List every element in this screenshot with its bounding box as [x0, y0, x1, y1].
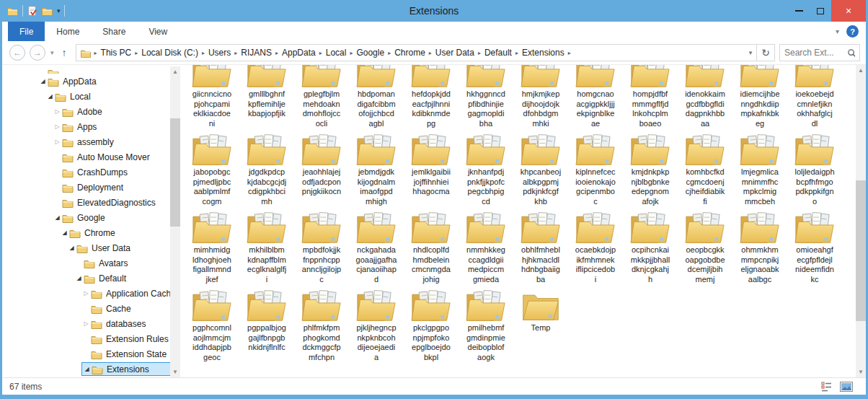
scroll-up-icon[interactable]: ▲ [170, 66, 180, 77]
file-item[interactable]: idenokkaim gcdfbbgfldi dagpnkhbb aa [678, 65, 732, 128]
tab-share[interactable]: Share [91, 22, 137, 41]
qat-customize-chevron-icon[interactable]: ▾ [57, 8, 61, 14]
forward-button[interactable]: → [30, 45, 45, 61]
crumb-separator-icon[interactable]: ▸ [274, 50, 280, 56]
tab-view[interactable]: View [137, 22, 179, 41]
tree-item-application-cache[interactable]: ▷Application Cache [2, 286, 180, 301]
file-item[interactable]: mimhmidg ldhoghjoeh figallmmnd jkef [185, 211, 239, 284]
crumb-separator-icon[interactable]: ▸ [93, 50, 99, 56]
collapse-twisty-icon[interactable]: ◢ [45, 93, 55, 100]
minimize-button[interactable] [788, 0, 810, 22]
file-item[interactable]: mkhilblbm kdnapffblm ecglknalglfj i [239, 211, 294, 284]
expand-twisty-icon[interactable]: ▷ [53, 139, 62, 145]
tree-item-local[interactable]: ◢Local [2, 89, 180, 104]
breadcrumb-segment[interactable]: Local Disk (C:) [139, 48, 200, 58]
tab-home[interactable]: Home [45, 22, 91, 41]
file-item[interactable]: hompjdfbf mmmgflfjd lnkohcplm boaeo [623, 65, 678, 128]
collapse-twisty-icon[interactable]: ◢ [53, 214, 62, 221]
crumb-separator-icon[interactable]: ▸ [200, 50, 206, 56]
sidebar-scrollbar-thumb[interactable] [170, 118, 180, 227]
file-item[interactable]: loljledaigph bcpfhfmgo pdkppkifgn o [787, 133, 842, 206]
tree-item-adobe[interactable]: ▷Adobe [2, 104, 180, 119]
file-item[interactable]: komhbcfkd cgmcdoenj cjheifdiabik fi [678, 133, 732, 206]
breadcrumb-segment[interactable]: Chrome [392, 48, 428, 58]
file-item[interactable]: pgppalbjog gajlfbnpgb nkidnjflnlfc [239, 289, 294, 362]
breadcrumb-segment[interactable]: AppData [280, 48, 318, 58]
tree-item-extension-rules[interactable]: Extension Rules [2, 331, 180, 346]
tree-item-auto-mouse-mover[interactable]: Auto Mouse Mover [2, 149, 180, 165]
tree-item-default[interactable]: ◢Default [2, 271, 180, 286]
file-item[interactable]: lmjegmlica mnimmfhc mpkclmig mmcbeh [732, 133, 787, 206]
tree-item-extension-state[interactable]: Extension State [2, 346, 180, 361]
file-item[interactable]: hmjkmjkep dijhoojdojk dfohbdgm mhki [513, 65, 568, 128]
file-item[interactable]: omioeahgf ecgfpfldejl nideemfidn kc [787, 211, 842, 284]
file-item[interactable]: ohmmkhm mmpcnpikj eljgnaoabk aalbgc [732, 211, 787, 284]
crumb-separator-icon[interactable]: ▸ [567, 50, 572, 56]
file-item[interactable]: ocaebkdojp ikfmhmnek iflipcicedob i [568, 211, 623, 284]
file-item[interactable]: homgcnao acgigpkkljjj ekpignblke ae [568, 65, 623, 128]
file-item[interactable]: pgphcomnl aojlmmcjm iddhdapjpb geoc [185, 289, 239, 362]
file-item[interactable]: hbdpoman digafcibbm ofojjchbcd agbl [349, 65, 404, 128]
crumb-separator-icon[interactable]: ▸ [514, 50, 520, 56]
tree-item-google[interactable]: ◢Google [2, 210, 180, 225]
file-item[interactable]: nhdlcoplfd hmdbelein cmcnmgda johig [404, 211, 459, 284]
file-item[interactable]: giicnncicno pjohcpami eklkiacdoe ni [185, 65, 239, 128]
file-item[interactable]: jabopobgc pjmedljpbc aablpmlmf cogm [185, 133, 239, 206]
breadcrumb-segment[interactable]: RIJANS [239, 48, 274, 58]
close-button[interactable]: × [831, 0, 866, 22]
file-item[interactable]: jeaohhlajej odfjadcpon pnjgkiikocn [294, 133, 349, 206]
crumb-separator-icon[interactable]: ▸ [477, 50, 482, 56]
collapse-twisty-icon[interactable]: ◢ [82, 366, 92, 372]
crumb-separator-icon[interactable]: ▸ [428, 50, 433, 56]
file-item[interactable]: pjkljhegncp nkpknbcoh dijeoejaedi a [349, 289, 404, 362]
expand-twisty-icon[interactable]: ▷ [81, 320, 91, 327]
address-bar[interactable]: ▸This PC▸Local Disk (C:)▸Users▸RIJANS▸Ap… [76, 44, 775, 61]
file-item[interactable]: gplegfbjlm mehdoakn dmohflojcc ocli [294, 65, 349, 128]
file-item[interactable]: ioekoebejd cmnlefjikn okhhafglcj dl [787, 65, 842, 128]
file-item[interactable]: obhlfmhebl hjhkmacldl hdnbgbaiig ba [513, 211, 568, 284]
main-scrollbar[interactable]: ▲ ▼ [856, 65, 866, 377]
file-item[interactable]: jemlklgaibii jojffihnhiei hhagocma [404, 133, 459, 206]
file-item[interactable]: nckgahada goaajjgafha cjanaoiihap d [349, 211, 404, 284]
collapse-twisty-icon[interactable]: ◢ [38, 78, 48, 84]
crumb-separator-icon[interactable]: ▸ [233, 50, 239, 56]
file-item[interactable]: hkhggnncd pfibdhinjie gagmopldi bha [459, 65, 513, 128]
tree-item-cache[interactable]: Cache [2, 301, 180, 316]
main-scrollbar-thumb[interactable] [856, 180, 866, 321]
file-item[interactable]: khpcanbeoj albkpgpmj pdkjnkfcgf khb [513, 133, 568, 206]
tree-item-chrome[interactable]: ◢Chrome [2, 225, 180, 240]
maximize-button[interactable] [810, 0, 831, 22]
properties-icon[interactable] [27, 6, 37, 17]
breadcrumb-segment[interactable]: Local [324, 48, 349, 58]
address-dropdown-chevron-icon[interactable]: ▾ [749, 49, 753, 56]
recent-locations-chevron-icon[interactable]: ▾ [50, 49, 55, 56]
file-item[interactable]: hefdopkjdd eacfpjlhnni kdibknmde pg [404, 65, 459, 128]
file-item[interactable]: mpbdfokjjk fnppnhcpp anncljgilojp c [294, 211, 349, 284]
file-item[interactable]: nmmhkkeg ccagdldgii medpiccm gmieda [459, 211, 513, 284]
file-item[interactable]: gmlllbghnf kpflemihlje kbapjopfjik [239, 65, 294, 128]
crumb-separator-icon[interactable]: ▸ [386, 50, 392, 56]
tree-item-databases[interactable]: ▷databases [2, 316, 180, 331]
tree-item-user-data[interactable]: ◢User Data [2, 240, 180, 255]
tree-item-crashdumps[interactable]: CrashDumps [2, 165, 180, 180]
tree-item-deployment[interactable]: Deployment [2, 180, 180, 195]
file-item[interactable]: jdgdkpdcp kjdabcgcjdj cdigpkhbci mh [239, 133, 294, 206]
crumb-separator-icon[interactable]: ▸ [133, 50, 139, 56]
tree-item-appdata[interactable]: ◢AppData [2, 74, 180, 89]
up-button[interactable]: ↑ [59, 47, 71, 58]
search-icon[interactable] [847, 48, 855, 58]
tree-item-apps[interactable]: ▷Apps [2, 119, 180, 134]
file-item[interactable]: jebmdjgdk kijogdnalm imaofgpd mhigh [349, 133, 404, 206]
collapse-twisty-icon[interactable]: ◢ [74, 275, 84, 281]
back-button[interactable]: ← [9, 45, 25, 61]
breadcrumb-segment[interactable]: Users [206, 48, 233, 58]
file-item[interactable]: kiplnnefcec iooienokajo gcipenmbo c [568, 133, 623, 206]
tree-item-elevateddiagnostics[interactable]: ElevatedDiagnostics [2, 195, 180, 210]
tree-item-partial[interactable] [2, 66, 180, 74]
crumb-separator-icon[interactable]: ▸ [348, 50, 354, 56]
file-item[interactable]: idiemcijhbe nngdhkdiip mpkafnkbk eg [732, 65, 787, 128]
thumbnail-view-icon[interactable] [840, 382, 853, 392]
collapse-twisty-icon[interactable]: ◢ [60, 229, 69, 236]
search-input[interactable] [784, 48, 844, 58]
tree-item-assembly[interactable]: ▷assembly [2, 134, 180, 149]
